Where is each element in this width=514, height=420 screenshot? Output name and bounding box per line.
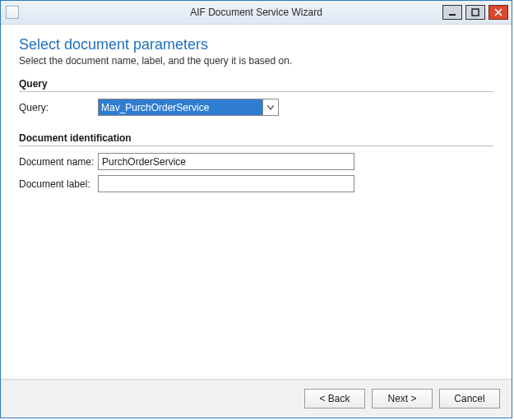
chevron-down-icon (267, 105, 274, 110)
section-header-doc-id: Document identification (19, 132, 493, 146)
wizard-content: Select document parameters Select the do… (1, 25, 512, 379)
doc-label-label: Document label: (19, 178, 98, 190)
titlebar: AIF Document Service Wizard (1, 1, 512, 25)
minimize-icon (448, 8, 456, 16)
wizard-footer: < Back Next > Cancel (1, 379, 512, 418)
cancel-button[interactable]: Cancel (439, 389, 500, 408)
next-button[interactable]: Next > (372, 389, 433, 408)
maximize-icon (471, 8, 479, 16)
query-input[interactable] (99, 99, 262, 115)
doc-label-row: Document label: (19, 175, 493, 192)
svg-rect-0 (449, 14, 456, 16)
wizard-window: AIF Document Service Wizard Select docum… (0, 0, 512, 418)
query-row: Query: (19, 99, 493, 116)
doc-name-label: Document name: (19, 156, 98, 168)
page-subtitle: Select the document name, label, and the… (19, 55, 493, 67)
doc-name-row: Document name: (19, 153, 493, 170)
close-icon (494, 8, 502, 16)
back-button[interactable]: < Back (304, 389, 365, 408)
query-label: Query: (19, 102, 98, 113)
doc-name-input[interactable] (98, 153, 354, 170)
query-dropdown-button[interactable] (262, 99, 278, 115)
doc-label-input[interactable] (98, 175, 354, 192)
close-button[interactable] (489, 5, 508, 20)
page-title: Select document parameters (19, 36, 493, 53)
minimize-button[interactable] (442, 5, 462, 20)
svg-rect-1 (472, 9, 479, 16)
app-icon (6, 6, 19, 19)
maximize-button[interactable] (465, 5, 485, 20)
section-header-query: Query (19, 78, 493, 92)
window-controls (442, 5, 512, 20)
window-title: AIF Document Service Wizard (1, 7, 512, 18)
query-combobox[interactable] (98, 99, 279, 116)
